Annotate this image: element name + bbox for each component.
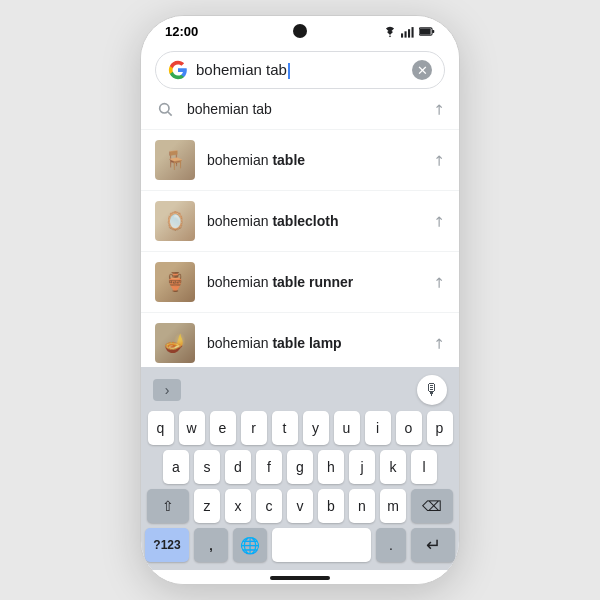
- key-q[interactable]: q: [148, 411, 174, 445]
- search-bar[interactable]: bohemian tab ✕: [155, 51, 445, 89]
- svg-rect-5: [420, 29, 431, 35]
- status-bar: 12:00: [141, 16, 459, 43]
- keyboard-mic-button[interactable]: 🎙: [417, 375, 447, 405]
- search-bar-container: bohemian tab ✕: [141, 43, 459, 89]
- arrow-icon-1: ↗: [429, 150, 449, 170]
- key-g[interactable]: g: [287, 450, 313, 484]
- key-p[interactable]: p: [427, 411, 453, 445]
- arrow-icon-2: ↗: [429, 211, 449, 231]
- suggestion-item-4[interactable]: 🪔 bohemian table lamp ↗: [141, 313, 459, 367]
- key-n[interactable]: n: [349, 489, 375, 523]
- key-c[interactable]: c: [256, 489, 282, 523]
- svg-line-8: [168, 112, 172, 116]
- key-space[interactable]: [272, 528, 371, 562]
- key-r[interactable]: r: [241, 411, 267, 445]
- google-logo: [168, 60, 188, 80]
- arrow-icon-3: ↗: [429, 272, 449, 292]
- suggestion-text-0: bohemian tab: [187, 101, 421, 117]
- key-j[interactable]: j: [349, 450, 375, 484]
- suggestion-thumb-3: 🏺: [155, 262, 195, 302]
- key-y[interactable]: y: [303, 411, 329, 445]
- key-k[interactable]: k: [380, 450, 406, 484]
- camera-notch: [293, 24, 307, 38]
- key-h[interactable]: h: [318, 450, 344, 484]
- home-indicator: [141, 570, 459, 584]
- keyboard-row-4: ?123 , 🌐 . ↵: [145, 528, 455, 562]
- suggestion-item-3[interactable]: 🏺 bohemian table runner ↗: [141, 252, 459, 313]
- signal-icon: [401, 26, 415, 38]
- svg-rect-6: [432, 30, 434, 33]
- key-e[interactable]: e: [210, 411, 236, 445]
- svg-rect-3: [412, 27, 414, 37]
- key-z[interactable]: z: [194, 489, 220, 523]
- key-globe[interactable]: 🌐: [233, 528, 267, 562]
- key-o[interactable]: o: [396, 411, 422, 445]
- key-enter[interactable]: ↵: [411, 528, 455, 562]
- keyboard-row-2: a s d f g h j k l: [145, 450, 455, 484]
- key-m[interactable]: m: [380, 489, 406, 523]
- suggestions-list: bohemian tab ↗ 🪑 bohemian table ↗ 🪞 bohe…: [141, 89, 459, 367]
- home-bar: [270, 576, 330, 580]
- key-f[interactable]: f: [256, 450, 282, 484]
- search-cursor: [288, 63, 290, 79]
- key-i[interactable]: i: [365, 411, 391, 445]
- phone-frame: 12:00: [140, 15, 460, 585]
- key-v[interactable]: v: [287, 489, 313, 523]
- key-l[interactable]: l: [411, 450, 437, 484]
- suggestion-text-3: bohemian table runner: [207, 274, 421, 290]
- search-text: bohemian tab: [196, 61, 287, 78]
- svg-rect-2: [408, 29, 410, 37]
- suggestion-item-2[interactable]: 🪞 bohemian tablecloth ↗: [141, 191, 459, 252]
- key-s[interactable]: s: [194, 450, 220, 484]
- battery-icon: [419, 26, 435, 37]
- key-b[interactable]: b: [318, 489, 344, 523]
- search-input[interactable]: bohemian tab: [196, 61, 404, 79]
- suggestion-text-4: bohemian table lamp: [207, 335, 421, 351]
- keyboard: › 🎙 q w e r t y u i o p a s d f g h j k …: [141, 367, 459, 570]
- key-shift[interactable]: ⇧: [147, 489, 189, 523]
- keyboard-row-3: ⇧ z x c v b n m ⌫: [145, 489, 455, 523]
- key-u[interactable]: u: [334, 411, 360, 445]
- key-t[interactable]: t: [272, 411, 298, 445]
- svg-rect-0: [401, 33, 403, 37]
- clear-button[interactable]: ✕: [412, 60, 432, 80]
- suggestion-text-2: bohemian tablecloth: [207, 213, 421, 229]
- status-time: 12:00: [165, 24, 198, 39]
- key-emoji[interactable]: ,: [194, 528, 228, 562]
- search-icon-0: [155, 99, 175, 119]
- key-backspace[interactable]: ⌫: [411, 489, 453, 523]
- svg-point-7: [160, 104, 169, 113]
- suggestion-thumb-2: 🪞: [155, 201, 195, 241]
- suggestion-item-0[interactable]: bohemian tab ↗: [141, 89, 459, 130]
- suggestion-text-1: bohemian table: [207, 152, 421, 168]
- key-period[interactable]: .: [376, 528, 406, 562]
- suggestion-thumb-1: 🪑: [155, 140, 195, 180]
- status-icons: [383, 26, 435, 38]
- key-x[interactable]: x: [225, 489, 251, 523]
- arrow-icon-0: ↗: [429, 99, 449, 119]
- wifi-icon: [383, 26, 397, 38]
- suggestion-item-1[interactable]: 🪑 bohemian table ↗: [141, 130, 459, 191]
- key-a[interactable]: a: [163, 450, 189, 484]
- key-w[interactable]: w: [179, 411, 205, 445]
- key-d[interactable]: d: [225, 450, 251, 484]
- suggestion-thumb-4: 🪔: [155, 323, 195, 363]
- arrow-icon-4: ↗: [429, 333, 449, 353]
- keyboard-toolbar: › 🎙: [145, 373, 455, 411]
- svg-rect-1: [405, 31, 407, 37]
- keyboard-row-1: q w e r t y u i o p: [145, 411, 455, 445]
- key-num[interactable]: ?123: [145, 528, 189, 562]
- keyboard-collapse-button[interactable]: ›: [153, 379, 181, 401]
